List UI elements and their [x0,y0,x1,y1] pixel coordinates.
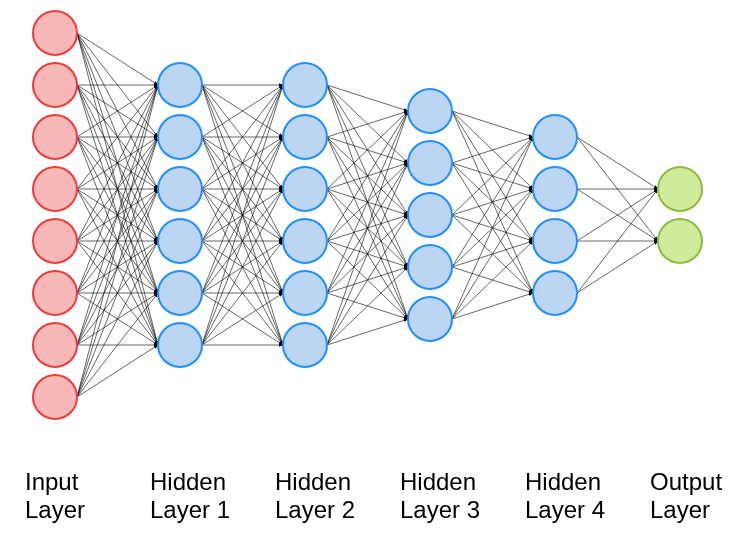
edge [327,111,408,241]
input-node [33,63,77,107]
edge [327,111,408,293]
input-node [33,167,77,211]
edge [77,241,158,397]
input-node [33,115,77,159]
edge [327,111,408,189]
hidden1-node [158,167,202,211]
hidden4-node [533,115,577,159]
hidden4-node [533,271,577,315]
edge [577,137,658,189]
edge [77,137,158,397]
edge [452,241,533,319]
output-label-line2: Layer [650,496,710,523]
hidden2-node [283,271,327,315]
input-node [33,271,77,315]
edge [327,267,408,345]
output-label-line1: Output [650,468,722,495]
edge [327,215,408,345]
hidden1-label-line1: Hidden [150,468,226,495]
input-label-line2: Layer [25,496,85,523]
neural-network-diagram: InputLayerHiddenLayer 1HiddenLayer 2Hidd… [0,0,750,549]
edge [327,163,408,345]
edge [327,319,408,345]
hidden1-node [158,63,202,107]
input-label-line1: Input [25,468,79,495]
hidden2-label-line2: Layer 2 [275,496,355,523]
hidden3-label-line1: Hidden [400,468,476,495]
hidden3-node [408,297,452,341]
input-node [33,323,77,367]
hidden2-node [283,115,327,159]
hidden2-node [283,63,327,107]
hidden2-label-line1: Hidden [275,468,351,495]
hidden4-node [533,167,577,211]
hidden2-node [283,323,327,367]
hidden3-label-line2: Layer 3 [400,496,480,523]
labels-group: InputLayerHiddenLayer 1HiddenLayer 2Hidd… [25,468,722,523]
hidden1-node [158,115,202,159]
hidden2-node [283,219,327,263]
edge [452,111,533,137]
edge [327,85,408,111]
hidden3-node [408,245,452,289]
output-node [658,219,702,263]
input-node [33,219,77,263]
hidden1-node [158,323,202,367]
hidden3-node [408,141,452,185]
hidden1-label-line2: Layer 1 [150,496,230,523]
edge [452,137,533,319]
hidden1-node [158,271,202,315]
nodes-group [33,11,702,419]
edge [77,345,158,397]
edge [327,111,408,137]
hidden3-node [408,193,452,237]
input-node [33,11,77,55]
edge [452,137,533,163]
hidden4-label-line1: Hidden [525,468,601,495]
hidden4-node [533,219,577,263]
edge [577,241,658,293]
hidden2-node [283,167,327,211]
edge [452,293,533,319]
output-node [658,167,702,211]
edge [452,137,533,267]
hidden4-label-line2: Layer 4 [525,496,605,523]
hidden1-node [158,219,202,263]
edge [327,111,408,345]
edge [452,189,533,319]
hidden3-node [408,89,452,133]
edge [452,137,533,215]
edge [77,33,158,85]
input-node [33,375,77,419]
